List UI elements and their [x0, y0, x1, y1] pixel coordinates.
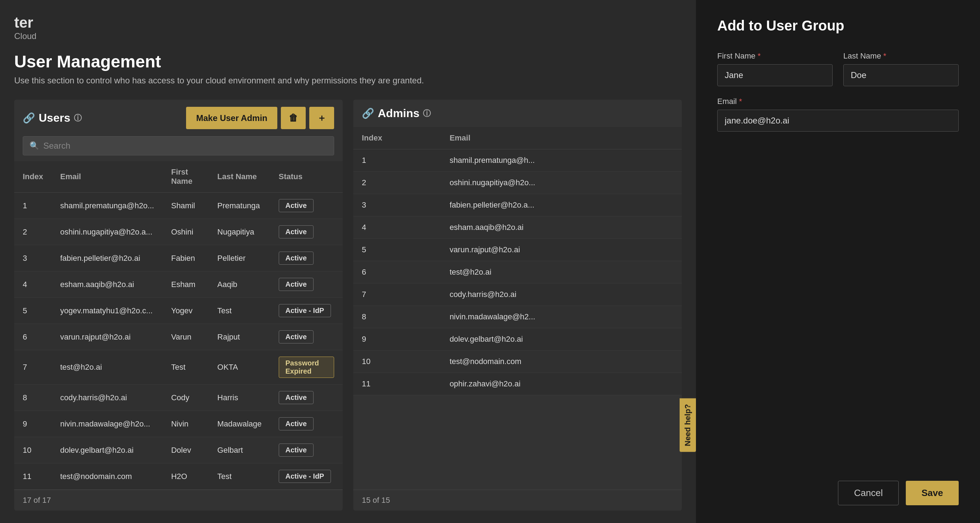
user-first-name: Cody	[162, 385, 209, 411]
user-status: Active	[270, 411, 343, 437]
user-first-name: Oshini	[162, 219, 209, 245]
admins-info-icon[interactable]: ⓘ	[423, 108, 431, 119]
name-form-row: First Name * Last Name *	[717, 51, 959, 86]
users-section: 🔗 Users ⓘ Make User Admin 🗑 ＋ 🔍	[14, 100, 343, 510]
admin-email: esham.aaqib@h2o.ai	[441, 216, 682, 239]
user-first-name: Fabien	[162, 245, 209, 271]
admin-index: 10	[353, 350, 441, 373]
user-index: 1	[14, 193, 51, 219]
col-first-name: First Name	[162, 161, 209, 193]
table-row[interactable]: 7 test@h2o.ai Test OKTA Password Expired	[14, 350, 343, 385]
users-section-title: 🔗 Users ⓘ	[23, 111, 82, 125]
table-row[interactable]: 1 shamil.prematunga@h2o... Shamil Premat…	[14, 193, 343, 219]
admin-index: 11	[353, 373, 441, 395]
user-last-name: Rajput	[209, 324, 270, 350]
admin-email: shamil.prematunga@h...	[441, 149, 682, 172]
status-badge: Active	[279, 391, 313, 404]
status-badge: Active	[279, 225, 313, 238]
table-row[interactable]: 9 nivin.madawalage@h2o... Nivin Madawala…	[14, 411, 343, 437]
user-index: 4	[14, 271, 51, 298]
app-header: ter Cloud	[14, 14, 682, 41]
table-row[interactable]: 2 oshini.nugapitiya@h2o...	[353, 172, 682, 194]
admins-link-icon: 🔗	[362, 108, 374, 119]
user-email: nivin.madawalage@h2o...	[51, 411, 162, 437]
users-table-header-row: Index Email First Name Last Name Status	[14, 161, 343, 193]
table-row[interactable]: 6 test@h2o.ai	[353, 261, 682, 284]
admin-email: ophir.zahavi@h2o.ai	[441, 373, 682, 395]
user-first-name: Varun	[162, 324, 209, 350]
search-input[interactable]	[43, 141, 328, 151]
user-first-name: Shamil	[162, 193, 209, 219]
add-user-button[interactable]: ＋	[309, 107, 334, 129]
make-user-admin-button[interactable]: Make User Admin	[186, 107, 277, 129]
email-label: Email *	[717, 97, 959, 106]
table-row[interactable]: 7 cody.harris@h2o.ai	[353, 284, 682, 306]
admin-email: test@h2o.ai	[441, 261, 682, 284]
status-badge: Active	[279, 444, 313, 456]
users-info-icon[interactable]: ⓘ	[74, 113, 82, 124]
user-email: test@h2o.ai	[51, 350, 162, 385]
user-index: 8	[14, 385, 51, 411]
user-last-name: Test	[209, 298, 270, 324]
user-email: shamil.prematunga@h2o...	[51, 193, 162, 219]
app-title: ter	[14, 14, 682, 31]
admin-index: 4	[353, 216, 441, 239]
search-icon: 🔍	[29, 141, 39, 151]
table-row[interactable]: 4 esham.aaqib@h2o.ai Esham Aaqib Active	[14, 271, 343, 298]
user-email: esham.aaqib@h2o.ai	[51, 271, 162, 298]
table-row[interactable]: 11 ophir.zahavi@h2o.ai	[353, 373, 682, 395]
user-index: 7	[14, 350, 51, 385]
status-badge: Active	[279, 199, 313, 212]
first-name-input[interactable]	[717, 64, 833, 86]
table-row[interactable]: 1 shamil.prematunga@h...	[353, 149, 682, 172]
admin-email: cody.harris@h2o.ai	[441, 284, 682, 306]
right-panel: Add to User Group First Name * Last Name…	[696, 0, 980, 523]
page-description: Use this section to control who has acce…	[14, 76, 682, 86]
table-row[interactable]: 5 yogev.matatyhu1@h2o.c... Yogev Test Ac…	[14, 298, 343, 324]
admins-table-header-row: Index Email	[353, 127, 682, 149]
table-row[interactable]: 11 test@nodomain.com H2O Test Active - I…	[14, 463, 343, 490]
user-first-name: Dolev	[162, 437, 209, 463]
table-row[interactable]: 2 oshini.nugapitiya@h2o.a... Oshini Nuga…	[14, 219, 343, 245]
need-help-button[interactable]: Need help?	[679, 398, 696, 452]
email-group: Email *	[717, 97, 959, 456]
table-row[interactable]: 9 dolev.gelbart@h2o.ai	[353, 328, 682, 350]
user-index: 10	[14, 437, 51, 463]
status-badge: Active	[279, 278, 313, 291]
user-first-name: H2O	[162, 463, 209, 490]
table-row[interactable]: 8 cody.harris@h2o.ai Cody Harris Active	[14, 385, 343, 411]
user-last-name: Test	[209, 463, 270, 490]
user-last-name: Prematunga	[209, 193, 270, 219]
app-subtitle: Cloud	[14, 31, 682, 41]
users-table: Index Email First Name Last Name Status …	[14, 161, 343, 490]
user-status: Active	[270, 245, 343, 271]
table-row[interactable]: 10 dolev.gelbart@h2o.ai Dolev Gelbart Ac…	[14, 437, 343, 463]
search-bar: 🔍	[14, 136, 343, 161]
delete-user-button[interactable]: 🗑	[281, 107, 306, 129]
table-row[interactable]: 8 nivin.madawalage@h2...	[353, 306, 682, 328]
user-first-name: Test	[162, 350, 209, 385]
table-row[interactable]: 4 esham.aaqib@h2o.ai	[353, 216, 682, 239]
table-row[interactable]: 3 fabien.pelletier@h2o.a...	[353, 194, 682, 216]
status-badge: Active - IdP	[279, 304, 331, 317]
last-name-input[interactable]	[843, 64, 959, 86]
user-status: Password Expired	[270, 350, 343, 385]
page-title: User Management	[14, 52, 682, 71]
table-row[interactable]: 6 varun.rajput@h2o.ai Varun Rajput Activ…	[14, 324, 343, 350]
user-email: test@nodomain.com	[51, 463, 162, 490]
status-badge: Active	[279, 252, 313, 265]
admin-col-email: Email	[441, 127, 682, 149]
search-input-wrap[interactable]: 🔍	[23, 136, 334, 155]
email-input[interactable]	[717, 109, 959, 132]
status-badge: Active	[279, 417, 313, 430]
save-button[interactable]: Save	[906, 481, 959, 505]
user-first-name: Nivin	[162, 411, 209, 437]
user-email: dolev.gelbart@h2o.ai	[51, 437, 162, 463]
user-status: Active	[270, 271, 343, 298]
table-row[interactable]: 5 varun.rajput@h2o.ai	[353, 239, 682, 261]
cancel-button[interactable]: Cancel	[838, 481, 899, 505]
table-row[interactable]: 3 fabien.pelletier@h2o.ai Fabien Pelleti…	[14, 245, 343, 271]
table-row[interactable]: 10 test@nodomain.com	[353, 350, 682, 373]
user-first-name: Yogev	[162, 298, 209, 324]
user-last-name: Harris	[209, 385, 270, 411]
